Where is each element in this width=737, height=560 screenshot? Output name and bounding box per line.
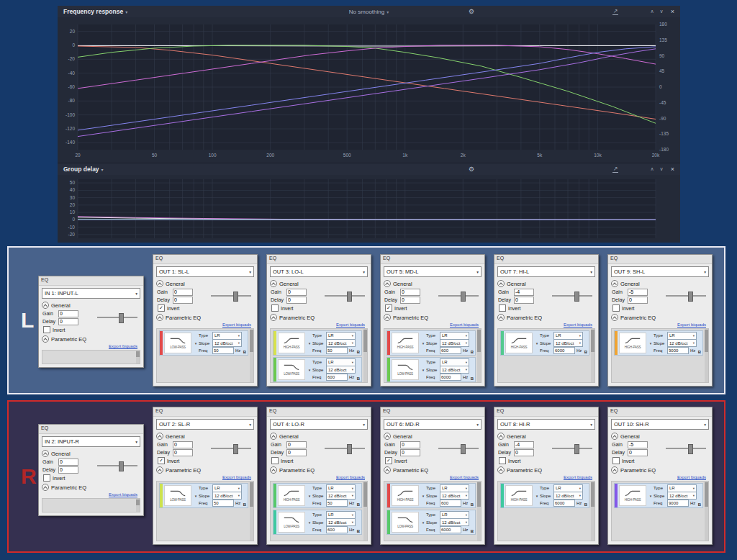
- slider-thumb[interactable]: [119, 313, 124, 323]
- parametric-section-toggle[interactable]: Parametric EQ: [267, 465, 371, 474]
- filters-scrollbar[interactable]: [705, 329, 708, 382]
- filter-shape-icon[interactable]: HIGH-PASS: [505, 485, 533, 506]
- export-biquads-link[interactable]: Export biquads: [450, 475, 479, 479]
- filter-shape-icon[interactable]: HIGH-PASS: [278, 485, 305, 506]
- filter-shape-icon[interactable]: LOW-PASS: [164, 333, 191, 353]
- slider-thumb[interactable]: [461, 292, 466, 302]
- freq-input[interactable]: 600: [326, 526, 348, 533]
- delay-input[interactable]: [173, 449, 193, 456]
- filter-shape-icon[interactable]: LOW-PASS: [164, 485, 191, 506]
- slope-select[interactable]: 12 dB/oct▾: [440, 366, 469, 374]
- filters-scrollbar[interactable]: [136, 499, 140, 512]
- channel-select[interactable]: OUT 10: SH-R ▾: [611, 419, 709, 430]
- delay-input[interactable]: [628, 449, 648, 456]
- slope-select[interactable]: 12 dB/oct▾: [553, 492, 583, 500]
- group-delay-plot[interactable]: 50403020100-10-20: [58, 175, 680, 243]
- delay-input[interactable]: [58, 466, 78, 474]
- delay-input[interactable]: [514, 297, 534, 304]
- filter-block-high-pass-9000[interactable]: HIGH-PASS ▾ Type LR▾ Slope 12 dB/oct▾ Fr…: [614, 330, 703, 356]
- parametric-section-toggle[interactable]: Parametric EQ: [39, 334, 143, 343]
- export-biquads-link[interactable]: Export biquads: [222, 475, 251, 479]
- filters-scrollbar[interactable]: [136, 351, 140, 363]
- slope-select[interactable]: 12 dB/oct▾: [326, 518, 356, 526]
- bypass-button[interactable]: B: [357, 502, 360, 507]
- filter-block-low-pass-50[interactable]: LOW-PASS ▾ Type LR▾ Slope 12 dB/oct▾ Fre…: [159, 483, 248, 508]
- gain-input[interactable]: [400, 441, 420, 448]
- gain-input[interactable]: [514, 289, 534, 296]
- scrollbar-thumb[interactable]: [363, 482, 367, 507]
- close-icon[interactable]: ×: [671, 166, 674, 173]
- slope-select[interactable]: 12 dB/oct▾: [212, 492, 242, 500]
- slope-select[interactable]: 12 dB/oct▾: [440, 518, 469, 526]
- gain-input[interactable]: [286, 441, 307, 448]
- gain-input[interactable]: [173, 289, 193, 296]
- filter-block-high-pass-6000[interactable]: HIGH-PASS ▾ Type LR▾ Slope 12 dB/oct▾ Fr…: [500, 330, 589, 356]
- gain-input[interactable]: [58, 459, 78, 466]
- scrollbar-thumb[interactable]: [136, 351, 140, 357]
- export-biquads-link[interactable]: Export biquads: [677, 475, 706, 479]
- parametric-section-toggle[interactable]: Parametric EQ: [153, 312, 257, 322]
- invert-checkbox[interactable]: ✓: [158, 457, 165, 464]
- export-biquads-link[interactable]: Export biquads: [677, 322, 706, 327]
- gain-slider[interactable]: [95, 458, 140, 474]
- bypass-button[interactable]: B: [471, 502, 474, 507]
- bypass-button[interactable]: B: [471, 376, 474, 381]
- export-icon[interactable]: ↗: [612, 166, 619, 173]
- parametric-section-toggle[interactable]: Parametric EQ: [381, 312, 484, 322]
- bypass-button[interactable]: B: [357, 350, 360, 354]
- filter-shape-icon[interactable]: HIGH-PASS: [392, 485, 419, 506]
- invert-checkbox[interactable]: ✓: [158, 304, 165, 312]
- channel-select[interactable]: OUT 1: SL-L ▾: [156, 266, 254, 277]
- delay-input[interactable]: [286, 449, 307, 456]
- scrollbar-thumb[interactable]: [705, 482, 708, 507]
- filters-scrollbar[interactable]: [250, 329, 253, 382]
- export-biquads-link[interactable]: Export biquads: [336, 322, 365, 327]
- gear-icon[interactable]: ⚙: [469, 8, 474, 15]
- channel-select[interactable]: OUT 2: SL-R ▾: [156, 419, 254, 430]
- filter-block-low-pass-600[interactable]: LOW-PASS ▾ Type LR▾ Slope 12 dB/oct▾ Fre…: [273, 510, 362, 535]
- parametric-section-toggle[interactable]: Parametric EQ: [494, 312, 598, 322]
- gain-slider[interactable]: [664, 441, 708, 456]
- bypass-button[interactable]: B: [243, 350, 246, 354]
- freq-input[interactable]: 50: [326, 500, 348, 507]
- general-section-toggle[interactable]: General: [608, 279, 712, 288]
- invert-checkbox[interactable]: [43, 474, 50, 482]
- freq-input[interactable]: 600: [326, 374, 348, 381]
- slope-select[interactable]: 12 dB/oct▾: [326, 492, 356, 500]
- gain-slider[interactable]: [209, 441, 253, 456]
- gain-slider[interactable]: [550, 288, 594, 304]
- slider-thumb[interactable]: [461, 444, 466, 454]
- gain-slider[interactable]: [209, 288, 253, 304]
- filter-shape-icon[interactable]: LOW-PASS: [278, 512, 305, 533]
- slope-select[interactable]: 12 dB/oct▾: [212, 339, 242, 347]
- channel-select[interactable]: OUT 3: LO-L ▾: [270, 266, 368, 277]
- slider-thumb[interactable]: [347, 292, 352, 302]
- filter-block-high-pass-6000[interactable]: HIGH-PASS ▾ Type LR▾ Slope 12 dB/oct▾ Fr…: [500, 483, 589, 508]
- slider-thumb[interactable]: [574, 444, 579, 454]
- parametric-section-toggle[interactable]: Parametric EQ: [267, 312, 371, 322]
- channel-select[interactable]: IN 1: INPUT-L ▾: [42, 288, 140, 299]
- slope-select[interactable]: 12 dB/oct▾: [667, 339, 697, 347]
- export-biquads-link[interactable]: Export biquads: [564, 475, 592, 479]
- scrollbar-thumb[interactable]: [477, 330, 481, 352]
- channel-select[interactable]: OUT 6: MD-R ▾: [384, 419, 481, 430]
- export-biquads-link[interactable]: Export biquads: [222, 322, 251, 327]
- filter-shape-icon[interactable]: LOW-PASS: [392, 359, 419, 380]
- scrollbar-thumb[interactable]: [136, 500, 140, 505]
- filter-shape-icon[interactable]: HIGH-PASS: [392, 333, 419, 353]
- freq-input[interactable]: 6000: [440, 374, 461, 381]
- bypass-button[interactable]: B: [243, 502, 246, 507]
- filter-shape-icon[interactable]: HIGH-PASS: [505, 333, 533, 353]
- filter-shape-icon[interactable]: HIGH-PASS: [619, 485, 646, 506]
- slider-thumb[interactable]: [233, 292, 238, 302]
- filters-scrollbar[interactable]: [477, 482, 481, 541]
- slope-select[interactable]: 12 dB/oct▾: [326, 366, 356, 374]
- general-section-toggle[interactable]: General: [494, 431, 598, 441]
- filters-scrollbar[interactable]: [363, 482, 367, 541]
- gain-slider[interactable]: [322, 441, 367, 456]
- parametric-section-toggle[interactable]: Parametric EQ: [494, 465, 598, 474]
- slope-select[interactable]: 12 dB/oct▾: [440, 339, 469, 347]
- scrollbar-thumb[interactable]: [250, 482, 253, 507]
- general-section-toggle[interactable]: General: [381, 279, 484, 288]
- filter-shape-icon[interactable]: LOW-PASS: [278, 359, 305, 380]
